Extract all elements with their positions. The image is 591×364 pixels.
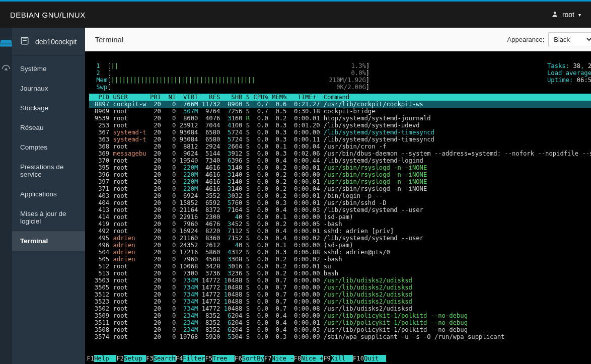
process-row[interactable]: 3503 root 20 0 734M 14772 10488 S 0.0 0.… xyxy=(89,277,591,284)
sidebar: deb10cockpit SystèmeJournauxStockageRése… xyxy=(12,28,85,364)
chevron-down-icon: ▾ xyxy=(578,12,581,18)
process-row[interactable]: 3502 root 20 0 734M 14772 10488 S 0.0 0.… xyxy=(89,305,591,312)
appearance-label: Appearance: xyxy=(507,36,545,43)
process-row[interactable]: 396 root 20 0 220M 4616 3140 S 0.0 0.2 0… xyxy=(89,171,591,178)
sidebar-item-prestations-de-service[interactable]: Prestations de service xyxy=(12,157,85,184)
process-row[interactable]: 413 root 20 0 21164 8372 7164 S 0.0 0.4 … xyxy=(89,206,591,213)
svg-rect-1 xyxy=(0,44,12,47)
process-row[interactable]: 9539 root 20 0 8600 4076 3160 R 0.0 0.2 … xyxy=(89,115,591,122)
terminal[interactable]: 1 [|| 1.3%] 2 [ 0.0%] Mem[||||||||||||||… xyxy=(85,51,591,364)
meters-left: 1 [|| 1.3%] 2 [ 0.0%] Mem[||||||||||||||… xyxy=(89,62,370,91)
content-header: Terminal Appearance: Black Réinitialiser xyxy=(85,28,591,51)
content: Terminal Appearance: Black Réinitialiser… xyxy=(85,28,591,364)
process-row[interactable]: 370 root 20 0 19540 7340 6396 S 0.0 0.4 … xyxy=(89,157,591,164)
sidebar-item-journaux[interactable]: Journaux xyxy=(12,79,85,98)
process-row[interactable]: 8909 root 20 0 307M 9764 7256 S 0.7 0.5 … xyxy=(89,108,591,115)
sidebar-item-mises-à-jour-de-logiciel[interactable]: Mises à jour de logiciel xyxy=(12,204,85,231)
svg-point-0 xyxy=(554,12,556,14)
appearance-select[interactable]: Black xyxy=(548,32,591,46)
process-row[interactable]: 367 systemd-t 20 0 93084 6580 5724 S 0.0… xyxy=(89,129,591,136)
process-list: 8909 root 20 0 307M 9764 7256 S 0.7 0.5 … xyxy=(89,108,591,340)
process-row[interactable]: 3505 root 20 0 734M 14772 10488 S 0.0 0.… xyxy=(89,284,591,291)
process-row[interactable]: 3574 root 20 0 19768 5920 5304 S 0.0 0.3… xyxy=(89,333,591,340)
process-row[interactable]: 3508 root 20 0 234M 8352 6204 S 0.0 0.4 … xyxy=(89,326,591,333)
process-row[interactable]: 404 root 20 0 15852 6592 5760 S 0.0 0.3 … xyxy=(89,199,591,206)
sidebar-item-système[interactable]: Système xyxy=(12,59,85,79)
os-title: DEBIAN GNU/LINUX xyxy=(10,11,86,19)
process-row[interactable]: 3509 root 20 0 234M 8352 6204 S 0.0 0.4 … xyxy=(89,312,591,319)
process-row[interactable]: 3523 root 20 0 734M 14772 10488 S 0.0 0.… xyxy=(89,298,591,305)
appearance-group: Appearance: Black Réinitialiser xyxy=(507,32,591,46)
user-icon xyxy=(551,11,558,19)
host-row[interactable]: deb10cockpit xyxy=(12,28,85,56)
process-row[interactable]: 363 systemd-t 20 0 93084 6580 5724 S 0.0… xyxy=(89,136,591,143)
process-row[interactable]: 512 root 20 0 10068 3428 3016 S 0.0 0.2 … xyxy=(89,263,591,270)
user-name: root xyxy=(562,11,574,19)
header: DEBIAN GNU/LINUX root ▾ xyxy=(0,2,591,28)
process-row[interactable]: 3512 root 20 0 734M 14772 10488 S 0.0 0.… xyxy=(89,291,591,298)
process-row[interactable]: 495 adrien 20 0 21160 8360 7152 S 0.0 0.… xyxy=(89,235,591,242)
host-icon xyxy=(20,36,29,47)
server-icon[interactable] xyxy=(0,37,12,49)
page-title: Terminal xyxy=(95,35,124,44)
process-row[interactable]: 496 adrien 20 0 24352 2612 40 S 0.0 0.1 … xyxy=(89,242,591,249)
process-row[interactable]: 419 root 20 0 7960 4676 3452 S 0.0 0.2 0… xyxy=(89,221,591,228)
process-row[interactable]: 505 adrien 20 0 7960 4568 3308 S 0.0 0.2… xyxy=(89,256,591,263)
fn-bar[interactable]: F1Help F2Setup F3SearchF4FilterF5Tree F6… xyxy=(85,354,591,364)
process-row[interactable]: 369 messagebu 20 0 9624 5144 3912 S 0.0 … xyxy=(89,150,591,157)
process-row[interactable]: 492 root 20 0 16924 8220 7112 S 0.0 0.4 … xyxy=(89,228,591,235)
process-row[interactable]: 403 root 20 0 6924 3552 3032 S 0.0 0.2 0… xyxy=(89,192,591,199)
meters-right: Tasks: 38, 21 thr; 1 running Load averag… xyxy=(547,62,591,91)
process-row[interactable]: 397 root 20 0 220M 4616 3140 S 0.0 0.2 0… xyxy=(89,178,591,185)
rail xyxy=(0,28,12,364)
process-row[interactable]: 395 root 20 0 220M 4616 3140 S 0.0 0.2 0… xyxy=(89,164,591,171)
process-row[interactable]: 368 root 20 0 8812 2924 2664 S 0.0 0.1 0… xyxy=(89,143,591,150)
user-menu[interactable]: root ▾ xyxy=(551,11,581,19)
process-row[interactable]: 253 root 20 0 23912 7044 4100 S 0.0 0.3 … xyxy=(89,122,591,129)
sidebar-item-terminal[interactable]: Terminal xyxy=(12,231,85,251)
sidebar-item-comptes[interactable]: Comptes xyxy=(12,137,85,157)
process-row[interactable]: 371 root 20 0 220M 4616 3140 S 0.0 0.2 0… xyxy=(89,185,591,192)
process-row[interactable]: 414 root 20 0 22916 2300 40 S 0.0 0.1 0:… xyxy=(89,213,591,221)
process-selected[interactable]: 8897 cockpit-w 20 0 766M 11732 8900 S 0.… xyxy=(89,101,591,108)
sidebar-item-stockage[interactable]: Stockage xyxy=(12,98,85,118)
process-row[interactable]: 3511 root 20 0 234M 8352 6204 S 0.0 0.4 … xyxy=(89,319,591,326)
sidebar-item-réseau[interactable]: Réseau xyxy=(12,118,85,137)
process-header: PID USER PRI NI VIRT RES SHR S CPU% MEM%… xyxy=(89,94,591,101)
host-name: deb10cockpit xyxy=(35,38,77,46)
nav: SystèmeJournauxStockageRéseauComptesPres… xyxy=(12,56,85,251)
sidebar-item-applications[interactable]: Applications xyxy=(12,184,85,204)
dashboard-icon[interactable] xyxy=(0,63,12,75)
process-row[interactable]: 504 adrien 20 0 17216 5860 4312 S 0.0 0.… xyxy=(89,249,591,256)
process-row[interactable]: 513 root 20 0 7300 3736 3236 S 0.0 0.2 0… xyxy=(89,270,591,277)
